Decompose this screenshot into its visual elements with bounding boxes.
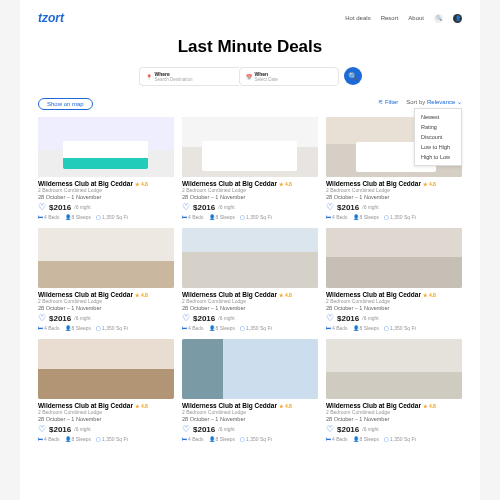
person-icon: 👤 bbox=[209, 325, 215, 331]
listing-subtitle: 2 Bedroom Combined Lodge bbox=[38, 187, 174, 193]
listing-rating: 4.8 bbox=[285, 181, 292, 187]
listing-price-unit: /6 night bbox=[218, 315, 234, 321]
listing-subtitle: 2 Bedroom Combined Lodge bbox=[326, 187, 462, 193]
listing-subtitle: 2 Bedroom Combined Lodge bbox=[326, 409, 462, 415]
favorite-button[interactable]: ♡ bbox=[182, 424, 190, 434]
favorite-button[interactable]: ♡ bbox=[326, 424, 334, 434]
page-title: Last Minute Deals bbox=[38, 37, 462, 57]
person-icon: 👤 bbox=[353, 436, 359, 442]
listing-meta: 🛏 4 Beds 👤 8 Sleeps ▢ 1,350 Sq Ft bbox=[326, 436, 462, 442]
listing-card[interactable]: Wilderness Club at Big Ceddar ★4.8 2 Bed… bbox=[38, 117, 174, 220]
listing-meta: 🛏 4 Beds 👤 8 Sleeps ▢ 1,350 Sq Ft bbox=[182, 214, 318, 220]
search-button[interactable]: 🔍 bbox=[344, 67, 362, 85]
star-icon: ★ bbox=[423, 181, 427, 187]
listing-price: $2016 bbox=[193, 314, 215, 323]
sort-option-low-high[interactable]: Low to High bbox=[415, 142, 461, 152]
listing-title: Wilderness Club at Big Ceddar ★4.8 bbox=[38, 180, 174, 187]
listing-meta: 🛏 4 Beds 👤 8 Sleeps ▢ 1,350 Sq Ft bbox=[326, 325, 462, 331]
listing-title: Wilderness Club at Big Ceddar ★4.8 bbox=[326, 291, 462, 298]
chevron-down-icon: ⌄ bbox=[457, 99, 462, 105]
listing-card[interactable]: Wilderness Club at Big Ceddar ★4.8 2 Bed… bbox=[38, 228, 174, 331]
nav-about[interactable]: About bbox=[408, 15, 424, 21]
favorite-button[interactable]: ♡ bbox=[326, 202, 334, 212]
sort-option-newest[interactable]: Newest bbox=[415, 112, 461, 122]
listing-card[interactable]: Wilderness Club at Big Ceddar ★4.8 2 Bed… bbox=[326, 339, 462, 442]
show-on-map-button[interactable]: Show on map bbox=[38, 98, 93, 110]
when-input[interactable]: 📅 When Select Date bbox=[239, 67, 339, 86]
person-icon: 👤 bbox=[65, 214, 71, 220]
listing-meta: 🛏 4 Beds 👤 8 Sleeps ▢ 1,350 Sq Ft bbox=[38, 436, 174, 442]
listing-rating: 4.8 bbox=[141, 181, 148, 187]
filter-button[interactable]: ⚟ Filter bbox=[378, 98, 398, 105]
favorite-button[interactable]: ♡ bbox=[38, 202, 46, 212]
search-icon[interactable]: 🔍 bbox=[434, 14, 443, 23]
listing-subtitle: 2 Bedroom Combined Lodge bbox=[38, 298, 174, 304]
listing-meta: 🛏 4 Beds 👤 8 Sleeps ▢ 1,350 Sq Ft bbox=[38, 325, 174, 331]
listing-price-unit: /6 night bbox=[218, 426, 234, 432]
nav-hot-deals[interactable]: Hot deals bbox=[345, 15, 370, 21]
listing-price: $2016 bbox=[49, 314, 71, 323]
listing-meta: 🛏 4 Beds 👤 8 Sleeps ▢ 1,350 Sq Ft bbox=[38, 214, 174, 220]
user-icon[interactable]: 👤 bbox=[453, 14, 462, 23]
listing-price-unit: /6 night bbox=[74, 315, 90, 321]
listing-rating: 4.8 bbox=[429, 292, 436, 298]
listing-dates: 28 October – 1 November bbox=[182, 416, 318, 422]
area-icon: ▢ bbox=[240, 436, 245, 442]
listing-dates: 28 October – 1 November bbox=[38, 416, 174, 422]
sort-dropdown: Newest Rating Discount Low to High High … bbox=[414, 108, 462, 166]
favorite-button[interactable]: ♡ bbox=[182, 202, 190, 212]
listing-rating: 4.8 bbox=[141, 292, 148, 298]
favorite-button[interactable]: ♡ bbox=[38, 424, 46, 434]
listing-rating: 4.8 bbox=[429, 403, 436, 409]
listing-dates: 28 October – 1 November bbox=[182, 305, 318, 311]
sort-option-discount[interactable]: Discount bbox=[415, 132, 461, 142]
area-icon: ▢ bbox=[384, 325, 389, 331]
listing-dates: 28 October – 1 November bbox=[326, 305, 462, 311]
listing-dates: 28 October – 1 November bbox=[38, 305, 174, 311]
sort-option-rating[interactable]: Rating bbox=[415, 122, 461, 132]
listing-subtitle: 2 Bedroom Combined Lodge bbox=[182, 409, 318, 415]
listing-price: $2016 bbox=[49, 425, 71, 434]
listing-title: Wilderness Club at Big Ceddar ★4.8 bbox=[38, 291, 174, 298]
area-icon: ▢ bbox=[96, 214, 101, 220]
listing-rating: 4.8 bbox=[285, 403, 292, 409]
person-icon: 👤 bbox=[65, 436, 71, 442]
listing-price-unit: /6 night bbox=[218, 204, 234, 210]
listing-title: Wilderness Club at Big Ceddar ★4.8 bbox=[182, 291, 318, 298]
listing-card[interactable]: Wilderness Club at Big Ceddar ★4.8 2 Bed… bbox=[182, 339, 318, 442]
listing-price-unit: /6 night bbox=[362, 315, 378, 321]
sort-dropdown-trigger[interactable]: Sort by Relevance ⌄ bbox=[406, 98, 462, 105]
bed-icon: 🛏 bbox=[38, 325, 43, 331]
listing-rating: 4.8 bbox=[285, 292, 292, 298]
search-bar: 📍 Where Search Destination 📅 When Select… bbox=[38, 67, 462, 86]
favorite-button[interactable]: ♡ bbox=[326, 313, 334, 323]
person-icon: 👤 bbox=[209, 436, 215, 442]
bed-icon: 🛏 bbox=[38, 214, 43, 220]
brand-logo[interactable]: tzort bbox=[38, 11, 64, 25]
sort-option-high-low[interactable]: High to Low bbox=[415, 152, 461, 162]
listing-dates: 28 October – 1 November bbox=[38, 194, 174, 200]
listing-card[interactable]: Wilderness Club at Big Ceddar ★4.8 2 Bed… bbox=[182, 117, 318, 220]
bed-icon: 🛏 bbox=[326, 436, 331, 442]
nav-resort[interactable]: Resort bbox=[381, 15, 399, 21]
listing-image bbox=[38, 117, 174, 177]
listing-price: $2016 bbox=[193, 203, 215, 212]
favorite-button[interactable]: ♡ bbox=[182, 313, 190, 323]
calendar-icon: 📅 bbox=[246, 74, 252, 80]
listing-card[interactable]: Wilderness Club at Big Ceddar ★4.8 2 Bed… bbox=[182, 228, 318, 331]
listing-card[interactable]: Wilderness Club at Big Ceddar ★4.8 2 Bed… bbox=[326, 228, 462, 331]
where-input[interactable]: 📍 Where Search Destination bbox=[139, 67, 239, 86]
listing-meta: 🛏 4 Beds 👤 8 Sleeps ▢ 1,350 Sq Ft bbox=[182, 436, 318, 442]
favorite-button[interactable]: ♡ bbox=[38, 313, 46, 323]
bed-icon: 🛏 bbox=[182, 325, 187, 331]
listing-subtitle: 2 Bedroom Combined Lodge bbox=[182, 187, 318, 193]
listing-subtitle: 2 Bedroom Combined Lodge bbox=[38, 409, 174, 415]
listing-dates: 28 October – 1 November bbox=[326, 194, 462, 200]
listing-title: Wilderness Club at Big Ceddar ★4.8 bbox=[182, 402, 318, 409]
star-icon: ★ bbox=[135, 181, 139, 187]
star-icon: ★ bbox=[279, 292, 283, 298]
person-icon: 👤 bbox=[209, 214, 215, 220]
listing-card[interactable]: Wilderness Club at Big Ceddar ★4.8 2 Bed… bbox=[38, 339, 174, 442]
listing-title: Wilderness Club at Big Ceddar ★4.8 bbox=[326, 402, 462, 409]
listing-price: $2016 bbox=[337, 425, 359, 434]
